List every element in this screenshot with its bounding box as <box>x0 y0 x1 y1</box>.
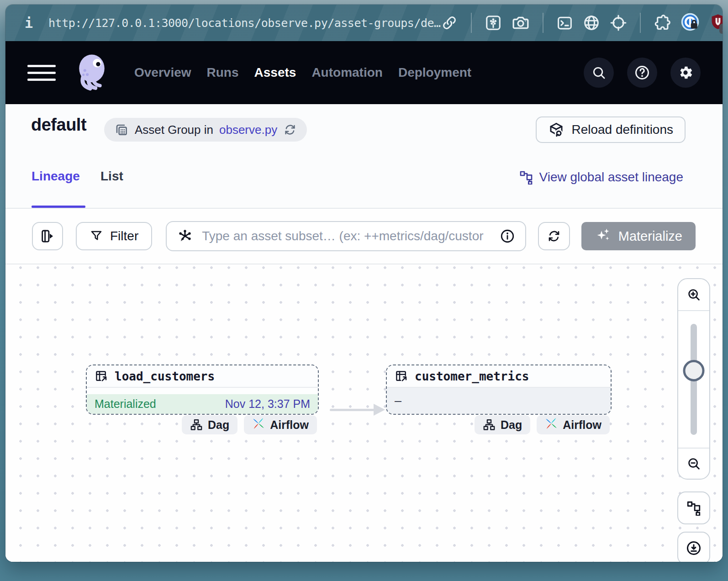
materialization-status-row: Materialized Nov 12, 3:37 PM <box>87 394 318 414</box>
nav-tab-assets[interactable]: Assets <box>254 65 296 80</box>
toolbar-divider <box>543 13 543 33</box>
info-icon[interactable] <box>500 228 515 244</box>
dag-tag[interactable]: Dag <box>182 415 237 434</box>
dag-icon <box>483 418 496 431</box>
page-title: default <box>31 115 86 135</box>
shield-badge: 2 <box>719 24 723 34</box>
view-graph-lineage-button[interactable] <box>677 491 710 524</box>
view-tabs-row: Lineage List View global asset lineage <box>5 155 723 209</box>
browser-toolbar: 2 <box>441 12 723 33</box>
nav-action-icons <box>584 58 701 88</box>
nav-tab-runs[interactable]: Runs <box>207 65 239 80</box>
extension-icon[interactable] <box>654 14 671 32</box>
camera-icon[interactable] <box>512 14 530 32</box>
node-tags-customer-metrics: Dag Airflow <box>386 415 610 434</box>
nav-tabs: Overview Runs Assets Automation Deployme… <box>134 65 471 80</box>
airflow-tag-label: Airflow <box>563 418 601 432</box>
asset-name: customer_metrics <box>415 370 529 383</box>
status-label: – <box>395 394 401 408</box>
search-input[interactable] <box>201 228 492 244</box>
search-icon[interactable] <box>584 58 614 88</box>
reload-definitions-icon <box>548 121 564 138</box>
asset-table-icon <box>395 370 408 383</box>
lineage-graph-icon <box>519 170 533 185</box>
status-timestamp[interactable]: Nov 12, 3:37 PM <box>225 397 310 411</box>
tab-list[interactable]: List <box>100 169 123 184</box>
airflow-tag[interactable]: Airflow <box>537 415 610 434</box>
password-manager-icon[interactable] <box>681 12 700 33</box>
zoom-in-button[interactable] <box>678 279 709 311</box>
materialization-status-row: – <box>387 388 611 414</box>
asset-subset-icon <box>177 228 193 244</box>
lineage-toolbar: Filter Materialize <box>5 209 723 264</box>
dagster-octopus-logo[interactable] <box>72 52 111 93</box>
page-content: default Asset Group in observe.py Reload… <box>5 104 723 562</box>
reload-definitions-button[interactable]: Reload definitions <box>536 116 686 143</box>
dag-tag-label: Dag <box>501 418 522 432</box>
active-tab-underline <box>32 206 85 208</box>
zoom-slider <box>678 311 709 448</box>
asset-group-text: Asset Group in <box>135 123 213 137</box>
terminal-icon[interactable] <box>556 15 573 32</box>
globe-icon[interactable] <box>583 14 600 32</box>
toolbar-divider <box>471 13 472 33</box>
url-text[interactable]: http://127.0.0.1:3000/locations/observe.… <box>48 16 441 30</box>
status-label: Materialized <box>95 397 156 411</box>
sparkles-icon <box>595 226 612 247</box>
reload-definitions-label: Reload definitions <box>571 122 673 137</box>
filter-label: Filter <box>110 229 138 243</box>
node-body-spacer <box>87 388 318 394</box>
dag-tag[interactable]: Dag <box>475 415 530 434</box>
asset-table-icon <box>95 370 108 383</box>
browser-window: i http://127.0.0.1:3000/locations/observ… <box>5 5 723 562</box>
asset-name: load_customers <box>115 370 215 383</box>
target-icon[interactable] <box>610 14 627 32</box>
view-global-asset-lineage-label: View global asset lineage <box>539 170 683 185</box>
view-global-asset-lineage-link[interactable]: View global asset lineage <box>519 170 683 185</box>
filter-button[interactable]: Filter <box>76 222 152 250</box>
lineage-edge <box>330 409 375 411</box>
asset-subset-search[interactable] <box>166 221 526 251</box>
zoom-out-button[interactable] <box>678 448 709 479</box>
asset-group-badge: Asset Group in observe.py <box>104 118 307 142</box>
link-icon[interactable] <box>441 14 458 32</box>
airflow-tag[interactable]: Airflow <box>244 415 317 434</box>
hamburger-menu-icon[interactable] <box>27 65 56 81</box>
collapse-panel-icon <box>40 228 55 244</box>
dag-icon <box>190 418 203 431</box>
collapse-panel-button[interactable] <box>32 222 63 250</box>
download-icon <box>686 540 702 556</box>
airflow-icon <box>252 417 265 433</box>
airflow-icon <box>545 417 558 433</box>
asset-node-load-customers[interactable]: load_customers Materialized Nov 12, 3:37… <box>86 364 319 415</box>
settings-gear-icon[interactable] <box>670 58 701 88</box>
materialize-label: Materialize <box>618 229 682 244</box>
zoom-controls <box>677 278 710 480</box>
zoom-slider-handle[interactable] <box>683 360 705 381</box>
airflow-tag-label: Airflow <box>270 418 309 432</box>
refresh-icon[interactable] <box>283 123 297 137</box>
asset-group-icon <box>114 122 129 137</box>
page-header: default Asset Group in observe.py Reload… <box>5 104 723 155</box>
filter-funnel-icon <box>90 229 103 243</box>
asset-node-customer-metrics[interactable]: customer_metrics – <box>386 364 612 415</box>
lineage-edge-arrowhead <box>374 404 385 416</box>
dag-tag-label: Dag <box>208 418 229 432</box>
materialize-button[interactable]: Materialize <box>581 222 696 250</box>
photo-icon[interactable] <box>485 14 502 32</box>
download-graph-button[interactable] <box>677 532 710 562</box>
help-icon[interactable] <box>627 58 657 88</box>
lineage-graph-icon <box>686 500 702 516</box>
nav-tab-automation[interactable]: Automation <box>311 65 383 80</box>
page-info-icon[interactable]: i <box>25 15 33 31</box>
asset-group-file-link[interactable]: observe.py <box>219 123 277 137</box>
toolbar-divider <box>640 13 641 33</box>
lineage-graph-canvas[interactable]: load_customers Materialized Nov 12, 3:37… <box>5 264 723 562</box>
adblock-shield-icon[interactable]: 2 <box>709 13 723 33</box>
refresh-icon <box>547 229 561 243</box>
refresh-graph-button[interactable] <box>538 222 570 250</box>
nav-tab-deployment[interactable]: Deployment <box>398 65 471 80</box>
node-tags-load-customers: Dag Airflow <box>86 415 317 434</box>
nav-tab-overview[interactable]: Overview <box>134 65 191 80</box>
tab-lineage[interactable]: Lineage <box>32 169 80 184</box>
